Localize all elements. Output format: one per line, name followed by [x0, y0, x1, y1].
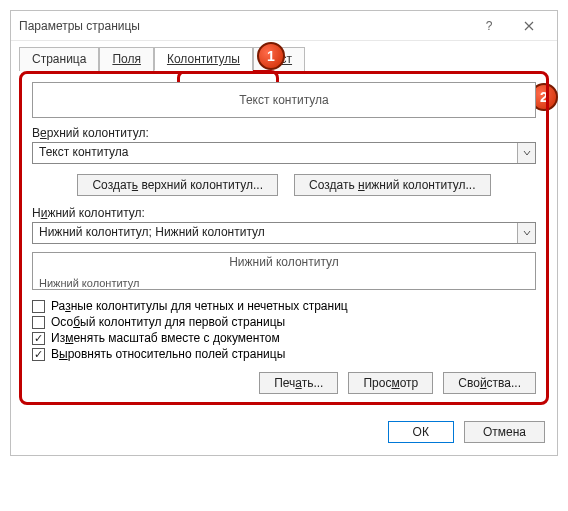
dropdown-button[interactable]: [517, 143, 535, 163]
checkbox-group: Разные колонтитулы для четных и нечетных…: [32, 298, 536, 362]
checkbox-icon: [32, 316, 45, 329]
top-header-dropdown[interactable]: Текст контитула: [32, 142, 536, 164]
checkbox-diff-first[interactable]: Особый колонтитул для первой страницы: [32, 314, 536, 330]
ok-button[interactable]: ОК: [388, 421, 454, 443]
tab-panel-headers: Текст контитула Верхний колонтитул: Текс…: [19, 71, 549, 405]
bottom-header-value: Нижний колонтитул; Нижний колонтитул: [33, 223, 517, 243]
close-icon: [524, 21, 534, 31]
header-preview: Текст контитула: [32, 82, 536, 118]
create-top-header-button[interactable]: Создать верхний колонтитул...: [77, 174, 278, 196]
top-header-value: Текст контитула: [33, 143, 517, 163]
page-setup-dialog: Параметры страницы ? Страница Поля Колон…: [10, 10, 558, 456]
cancel-button[interactable]: Отмена: [464, 421, 545, 443]
checkbox-icon: [32, 348, 45, 361]
panel-button-row: Печать... Просмотр Свойства...: [32, 372, 536, 394]
dropdown-button[interactable]: [517, 223, 535, 243]
checkbox-scale[interactable]: Изменять масштаб вместе с документом: [32, 330, 536, 346]
create-bottom-header-button[interactable]: Создать нижний колонтитул...: [294, 174, 490, 196]
tab-fields[interactable]: Поля: [99, 47, 154, 71]
dialog-title: Параметры страницы: [19, 19, 469, 33]
chevron-down-icon: [523, 149, 531, 157]
annotation-badge-1: 1: [257, 42, 285, 70]
titlebar: Параметры страницы ?: [11, 11, 557, 41]
properties-button[interactable]: Свойства...: [443, 372, 536, 394]
tab-headers[interactable]: Колонтитулы: [154, 47, 253, 71]
tab-page[interactable]: Страница: [19, 47, 99, 71]
bottom-header-dropdown[interactable]: Нижний колонтитул; Нижний колонтитул: [32, 222, 536, 244]
checkbox-icon: [32, 332, 45, 345]
checkbox-diff-odd-even[interactable]: Разные колонтитулы для четных и нечетных…: [32, 298, 536, 314]
footer-preview: Нижний колонтитул Нижний колонтитул: [32, 252, 536, 290]
help-button[interactable]: ?: [469, 12, 509, 40]
top-header-label: Верхний колонтитул:: [32, 126, 536, 140]
checkbox-icon: [32, 300, 45, 313]
preview-button[interactable]: Просмотр: [348, 372, 433, 394]
close-button[interactable]: [509, 12, 549, 40]
create-buttons-row: Создать верхний колонтитул... Создать ни…: [32, 174, 536, 196]
dialog-button-row: ОК Отмена: [11, 413, 557, 455]
bottom-header-label: Нижний колонтитул:: [32, 206, 536, 220]
chevron-down-icon: [523, 229, 531, 237]
print-button[interactable]: Печать...: [259, 372, 338, 394]
checkbox-align[interactable]: Выровнять относительно полей страницы: [32, 346, 536, 362]
